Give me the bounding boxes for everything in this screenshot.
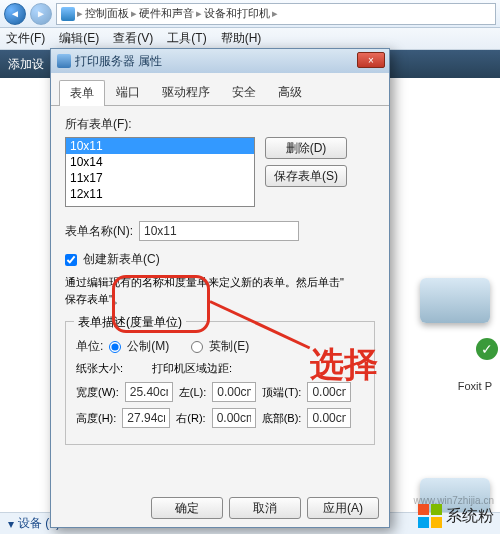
print-server-properties-dialog: 打印服务器 属性 × 表单 端口 驱动程序 安全 高级 所有表单(F): 10x… xyxy=(50,48,390,528)
default-printer-check-icon: ✓ xyxy=(476,338,498,360)
explorer-navbar: ◄ ► ▸ 控制面板 ▸ 硬件和声音 ▸ 设备和打印机 ▸ xyxy=(0,0,500,28)
right-label: 右(R): xyxy=(176,411,205,426)
width-label: 宽度(W): xyxy=(76,385,119,400)
printer-label: Foxit P xyxy=(458,380,492,392)
left-label: 左(L): xyxy=(179,385,207,400)
tab-forms[interactable]: 表单 xyxy=(59,80,105,106)
bottom-input[interactable] xyxy=(307,408,351,428)
menu-tools[interactable]: 工具(T) xyxy=(167,30,206,47)
dialog-titlebar[interactable]: 打印服务器 属性 × xyxy=(51,49,389,73)
breadcrumb[interactable]: ▸ 控制面板 ▸ 硬件和声音 ▸ 设备和打印机 ▸ xyxy=(56,3,496,25)
forms-panel: 所有表单(F): 10x11 10x14 11x17 12x11 删除(D) 保… xyxy=(51,106,389,455)
apply-button[interactable]: 应用(A) xyxy=(307,497,379,519)
chevron-down-icon[interactable]: ▾ xyxy=(8,517,14,531)
chevron-right-icon: ▸ xyxy=(131,7,137,20)
form-name-input[interactable] xyxy=(139,221,299,241)
right-input[interactable] xyxy=(212,408,256,428)
create-new-form-checkbox[interactable] xyxy=(65,254,77,266)
width-input[interactable] xyxy=(125,382,173,402)
create-new-form-label: 创建新表单(C) xyxy=(83,251,160,268)
close-button[interactable]: × xyxy=(357,52,385,68)
top-label: 顶端(T): xyxy=(262,385,301,400)
form-name-label: 表单名称(N): xyxy=(65,223,133,240)
nav-back-button[interactable]: ◄ xyxy=(4,3,26,25)
tab-ports[interactable]: 端口 xyxy=(105,79,151,105)
unit-metric-radio[interactable] xyxy=(109,341,121,353)
crumb[interactable]: 设备和打印机 xyxy=(204,6,270,21)
dialog-tabs: 表单 端口 驱动程序 安全 高级 xyxy=(51,73,389,106)
tab-advanced[interactable]: 高级 xyxy=(267,79,313,105)
form-description-group: 表单描述(度量单位) 单位: 公制(M) 英制(E) 纸张大小: 打印机区域边距… xyxy=(65,321,375,445)
save-form-button[interactable]: 保存表单(S) xyxy=(265,165,347,187)
unit-label: 单位: xyxy=(76,338,103,355)
unit-metric-label: 公制(M) xyxy=(127,338,169,355)
menu-bar: 文件(F) 编辑(E) 查看(V) 工具(T) 帮助(H) xyxy=(0,28,500,50)
add-device-button[interactable]: 添加设 xyxy=(8,56,44,73)
bottom-label: 底部(B): xyxy=(262,411,302,426)
forms-listbox[interactable]: 10x11 10x14 11x17 12x11 xyxy=(65,137,255,207)
crumb[interactable]: 控制面板 xyxy=(85,6,129,21)
close-icon: × xyxy=(368,55,374,66)
chevron-right-icon: ▸ xyxy=(272,7,278,20)
dialog-footer: 确定 取消 应用(A) xyxy=(151,497,379,519)
top-input[interactable] xyxy=(307,382,351,402)
group-title: 表单描述(度量单位) xyxy=(74,314,186,331)
crumb[interactable]: 硬件和声音 xyxy=(139,6,194,21)
list-item[interactable]: 10x14 xyxy=(66,154,254,170)
height-input[interactable] xyxy=(122,408,170,428)
dialog-title: 打印服务器 属性 xyxy=(75,53,162,70)
hint-text: 通过编辑现有的名称和度量单来定义新的表单。然后单击" 保存表单"。 xyxy=(65,274,375,307)
list-item[interactable]: 11x17 xyxy=(66,170,254,186)
list-item[interactable]: 12x11 xyxy=(66,186,254,202)
list-item[interactable]: 10x11 xyxy=(66,138,254,154)
print-area-label: 打印机区域边距: xyxy=(152,361,232,376)
menu-help[interactable]: 帮助(H) xyxy=(221,30,262,47)
printer-icon xyxy=(57,54,71,68)
all-forms-label: 所有表单(F): xyxy=(65,116,375,133)
control-panel-icon xyxy=(61,7,75,21)
unit-english-label: 英制(E) xyxy=(209,338,249,355)
chevron-right-icon: ▸ xyxy=(77,7,83,20)
menu-edit[interactable]: 编辑(E) xyxy=(59,30,99,47)
nav-forward-button[interactable]: ► xyxy=(30,3,52,25)
tab-drivers[interactable]: 驱动程序 xyxy=(151,79,221,105)
height-label: 高度(H): xyxy=(76,411,116,426)
menu-view[interactable]: 查看(V) xyxy=(113,30,153,47)
ok-button[interactable]: 确定 xyxy=(151,497,223,519)
printer-icon[interactable] xyxy=(420,278,490,323)
delete-button[interactable]: 删除(D) xyxy=(265,137,347,159)
tab-security[interactable]: 安全 xyxy=(221,79,267,105)
paper-size-label: 纸张大小: xyxy=(76,361,146,376)
left-input[interactable] xyxy=(212,382,256,402)
menu-file[interactable]: 文件(F) xyxy=(6,30,45,47)
chevron-right-icon: ▸ xyxy=(196,7,202,20)
cancel-button[interactable]: 取消 xyxy=(229,497,301,519)
unit-english-radio[interactable] xyxy=(191,341,203,353)
